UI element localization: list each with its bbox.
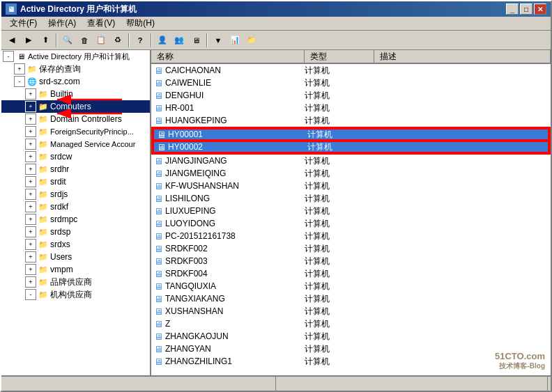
forward-button[interactable]: ▶	[21, 33, 36, 48]
tree-item-vmpm[interactable]: + 📁 vmpm	[1, 263, 150, 276]
list-item[interactable]: 🖥DENGHUI计算机	[151, 89, 551, 102]
list-item[interactable]: 🖥LUOYIDONG计算机	[151, 217, 551, 230]
tree-item-brand-supplier[interactable]: + 📁 品牌供应商	[1, 276, 150, 288]
item-type: 计算机	[305, 268, 374, 280]
expand-managed-service[interactable]: +	[25, 139, 36, 150]
filter-button[interactable]: ▼	[210, 33, 226, 48]
list-item[interactable]: 🖥TANGXIAKANG计算机	[151, 292, 551, 305]
tree-item-saved-queries[interactable]: + 📁 保存的查询	[1, 63, 150, 75]
tree-item-computers[interactable]: + 📁 Computers	[1, 100, 150, 113]
tree-item-srdxs[interactable]: + 📁 srdxs	[1, 238, 150, 251]
list-item[interactable]: 🖥SRDKF002计算机	[151, 242, 551, 255]
expand-root[interactable]: -	[3, 51, 14, 62]
close-button[interactable]: ✕	[534, 3, 546, 15]
new-group-button[interactable]: 👥	[171, 33, 187, 48]
icon-saved-queries: 📁	[26, 63, 38, 75]
list-item[interactable]: 🖥LISHILONG计算机	[151, 192, 551, 205]
list-item[interactable]: 🖥ZHANGYAN计算机	[151, 343, 551, 355]
menu-view[interactable]: 查看(V)	[82, 16, 121, 31]
tree-item-srdjs[interactable]: + 📁 srdjs	[1, 188, 150, 201]
expand-srdit[interactable]: +	[25, 176, 36, 187]
list-item[interactable]: 🖥SRDKF003计算机	[151, 255, 551, 267]
tree-item-machine-supplier[interactable]: - 📁 机构供应商	[1, 288, 150, 301]
expand-builtin[interactable]: +	[25, 88, 36, 100]
list-item[interactable]: 🖥Z计算机	[151, 317, 551, 330]
tree-item-builtin[interactable]: + 📁 Builtin	[1, 88, 150, 100]
minimize-button[interactable]: _	[506, 3, 519, 15]
expand-srdjs[interactable]: +	[25, 189, 36, 200]
list-item[interactable]: 🖥JIANGJINGANG计算机	[151, 155, 551, 167]
delete-button[interactable]: 🗑	[77, 33, 92, 48]
tree-item-domain[interactable]: - 🌐 srd-sz.com	[1, 75, 150, 88]
tree-item-srdhr[interactable]: + 📁 srdhr	[1, 163, 150, 175]
new-user-button[interactable]: 👤	[155, 33, 170, 48]
tree-item-root[interactable]: - 🖥 Active Directory 用户和计算机	[1, 50, 150, 63]
item-name: TANGQIUXIA	[165, 281, 305, 291]
tree-item-srdcw[interactable]: + 📁 srdcw	[1, 150, 150, 163]
move-button[interactable]: 📁	[244, 33, 259, 48]
list-item[interactable]: 🖥CAIWENLIE计算机	[151, 77, 551, 89]
expand-foreign-security[interactable]: +	[25, 126, 36, 137]
menu-help[interactable]: 帮助(H)	[121, 16, 160, 31]
expand-srdxs[interactable]: +	[25, 239, 36, 250]
computer-icon: 🖥	[151, 90, 165, 101]
list-item[interactable]: 🖥ZHANGZHILING1计算机	[151, 355, 551, 368]
expand-srdhr[interactable]: +	[25, 164, 36, 175]
list-item[interactable]: 🖥CAICHAONAN计算机	[151, 64, 551, 77]
new-computer-button[interactable]: 🖥	[188, 33, 204, 48]
expand-srdsp[interactable]: +	[25, 226, 36, 237]
tree-item-srdsp[interactable]: + 📁 srdsp	[1, 226, 150, 238]
list-item[interactable]: 🖥HR-001计算机	[151, 102, 551, 114]
expand-srdmpc[interactable]: +	[25, 214, 36, 225]
back-button[interactable]: ◀	[4, 33, 20, 48]
item-name: KF-WUSHANSHAN	[165, 181, 305, 191]
expand-domain-controllers[interactable]: +	[25, 113, 36, 125]
item-type: 计算机	[305, 331, 374, 343]
expand-brand-supplier[interactable]: +	[25, 276, 36, 288]
expand-domain[interactable]: -	[14, 76, 25, 87]
up-button[interactable]: ⬆	[38, 33, 53, 48]
tree-item-srdit[interactable]: + 📁 srdit	[1, 175, 150, 188]
menu-file[interactable]: 文件(F)	[4, 16, 43, 31]
list-item[interactable]: 🖥KF-WUSHANSHAN计算机	[151, 180, 551, 192]
maximize-button[interactable]: □	[520, 3, 532, 15]
expand-vmpm[interactable]: +	[25, 264, 36, 275]
find-button[interactable]: 🔍	[60, 33, 75, 48]
tree-item-foreign-security[interactable]: + 📁 ForeignSecurityPrincip...	[1, 125, 150, 138]
expand-srdkf[interactable]: +	[25, 201, 36, 212]
help-button[interactable]: ?	[132, 33, 148, 48]
app-icon: 🖥	[6, 3, 17, 15]
menu-action[interactable]: 操作(A)	[43, 16, 82, 31]
list-item[interactable]: 🖥LIUXUEPING计算机	[151, 205, 551, 217]
list-item[interactable]: 🖥TANGQIUXIA计算机	[151, 280, 551, 292]
tree-item-srdkf[interactable]: + 📁 srdkf	[1, 201, 150, 213]
col-header-name[interactable]: 名称	[151, 50, 305, 63]
list-item[interactable]: 🖥XUSHANSHAN计算机	[151, 305, 551, 317]
tree-item-domain-controllers[interactable]: + 📁 Domain Controllers	[1, 113, 150, 125]
expand-computers[interactable]: +	[25, 101, 36, 112]
expand-saved-queries[interactable]: +	[14, 63, 25, 75]
expand-srdcw[interactable]: +	[25, 151, 36, 162]
tree-item-managed-service[interactable]: + 📁 Managed Service Accour	[1, 138, 150, 150]
list-item[interactable]: 🖥HUANGKEPING计算机	[151, 114, 551, 127]
list-item[interactable]: 🖥ZHANGKAOJUN计算机	[151, 330, 551, 343]
list-item[interactable]: 🖥PC-201512161738计算机	[151, 230, 551, 242]
col-header-type[interactable]: 类型	[305, 50, 374, 63]
icon-srdxs: 📁	[38, 239, 49, 250]
tree-label-srdjs: srdjs	[50, 189, 68, 199]
expand-machine-supplier[interactable]: -	[25, 289, 36, 300]
col-header-desc[interactable]: 描述	[374, 50, 551, 63]
expand-users[interactable]: +	[25, 251, 36, 262]
view-button[interactable]: 📊	[227, 33, 243, 48]
window-controls[interactable]: _ □ ✕	[506, 3, 546, 15]
icon-srdmpc: 📁	[38, 214, 49, 225]
tree-item-users[interactable]: + 📁 Users	[1, 251, 150, 263]
item-name: HY00001	[168, 130, 307, 139]
refresh-button[interactable]: ♻	[110, 33, 125, 48]
properties-button[interactable]: 📋	[93, 33, 109, 48]
list-item[interactable]: 🖥SRDKF004计算机	[151, 267, 551, 280]
tree-item-srdmpc[interactable]: + 📁 srdmpc	[1, 213, 150, 226]
list-item[interactable]: 🖥HY00001计算机	[153, 128, 549, 141]
list-item[interactable]: 🖥HY00002计算机	[153, 141, 549, 153]
list-item[interactable]: 🖥JIANGMEIQING计算机	[151, 167, 551, 180]
